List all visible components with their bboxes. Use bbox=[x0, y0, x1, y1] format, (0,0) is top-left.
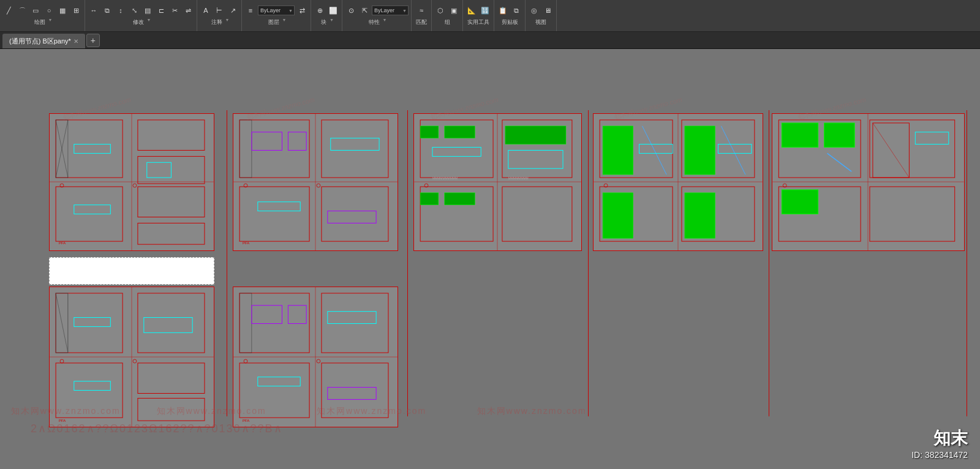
svg-rect-60 bbox=[603, 193, 633, 238]
svg-point-16 bbox=[133, 184, 137, 187]
basepoint-icon[interactable]: ◎ bbox=[528, 4, 540, 17]
view-label[interactable]: 视图 bbox=[533, 18, 548, 27]
clipboard-section: 📋 ⧉ 剪贴板 bbox=[494, 0, 526, 31]
view-icon[interactable]: 🖥 bbox=[541, 4, 554, 17]
svg-rect-9 bbox=[147, 162, 172, 178]
divider-line-1 bbox=[227, 110, 227, 416]
match-icon[interactable]: ≈ bbox=[415, 4, 428, 17]
properties-dropdown[interactable]: ByLayer bbox=[372, 6, 409, 15]
utility-label[interactable]: 实用工具 bbox=[466, 18, 491, 27]
svg-rect-26 bbox=[322, 187, 388, 241]
create-block-icon[interactable]: ⬜ bbox=[327, 4, 339, 17]
leader-icon[interactable]: ↗ bbox=[227, 4, 239, 17]
match-layer-icon[interactable]: ⇄ bbox=[296, 4, 308, 17]
dim-icon[interactable]: ⊢ bbox=[213, 4, 225, 17]
group-label[interactable]: 组 bbox=[443, 18, 452, 27]
polyline-icon[interactable]: ⌒ bbox=[16, 4, 28, 17]
layer-label[interactable]: 图层 bbox=[266, 18, 281, 27]
svg-rect-2 bbox=[56, 120, 123, 178]
modify-label[interactable]: 修改 bbox=[131, 18, 146, 27]
trim-icon[interactable]: ✂ bbox=[168, 4, 181, 17]
svg-point-105 bbox=[244, 359, 247, 363]
group-icon[interactable]: ⬡ bbox=[434, 4, 447, 17]
insert-icon[interactable]: ⊕ bbox=[314, 4, 326, 17]
cad-block-4 bbox=[593, 113, 763, 251]
svg-rect-28 bbox=[328, 211, 376, 223]
annotation-label[interactable]: 注释 bbox=[209, 18, 224, 27]
svg-rect-83 bbox=[74, 318, 110, 327]
svg-rect-84 bbox=[144, 318, 192, 333]
match-label[interactable]: 匹配 bbox=[414, 18, 429, 27]
svg-rect-100 bbox=[328, 312, 376, 324]
rect-icon[interactable]: ▭ bbox=[29, 4, 42, 17]
svg-rect-103 bbox=[258, 377, 300, 386]
cad-block-6: PFA bbox=[49, 287, 214, 427]
cad-block-3: MMMMMMMMMM MMMMMMMM bbox=[413, 113, 582, 251]
svg-rect-20 bbox=[322, 120, 388, 178]
line-icon[interactable]: ╱ bbox=[2, 4, 15, 17]
text-icon[interactable]: A bbox=[200, 4, 212, 17]
svg-text:PFA: PFA bbox=[59, 241, 66, 245]
draw-label[interactable]: 绘图 bbox=[32, 18, 47, 27]
tab-close-icon[interactable]: ✕ bbox=[74, 38, 78, 45]
copy-icon[interactable]: ⧉ bbox=[101, 4, 113, 17]
hatch-icon[interactable]: ▦ bbox=[56, 4, 69, 17]
svg-rect-12 bbox=[138, 223, 205, 244]
svg-rect-102 bbox=[322, 363, 388, 418]
svg-rect-11 bbox=[138, 187, 205, 217]
scale-icon[interactable]: ⤡ bbox=[128, 4, 140, 17]
svg-rect-46 bbox=[445, 193, 475, 205]
annotation-section: A ⊢ ↗ 注释 ▼ bbox=[197, 0, 242, 31]
svg-rect-75 bbox=[782, 190, 818, 214]
divider-line-4 bbox=[769, 110, 769, 416]
move-icon[interactable]: ↔ bbox=[88, 4, 100, 17]
svg-rect-61 bbox=[685, 193, 715, 238]
copy2-icon[interactable]: ⧉ bbox=[510, 4, 522, 17]
svg-rect-45 bbox=[420, 193, 439, 205]
tab-add-button[interactable]: + bbox=[86, 34, 100, 47]
brand-logo: 知末 ID: 382341472 bbox=[911, 427, 968, 460]
svg-rect-66 bbox=[870, 120, 955, 178]
svg-line-82 bbox=[56, 293, 68, 353]
table-icon[interactable]: ⊞ bbox=[70, 4, 82, 17]
svg-text:PFA: PFA bbox=[243, 419, 249, 422]
offset-icon[interactable]: ⊏ bbox=[155, 4, 167, 17]
array-icon[interactable]: ▤ bbox=[141, 4, 154, 17]
paste-icon[interactable]: 📋 bbox=[497, 4, 509, 17]
cad-drawing-7: PFA bbox=[233, 287, 398, 427]
svg-point-30 bbox=[317, 184, 320, 187]
svg-rect-80 bbox=[138, 293, 205, 353]
file-tab-main[interactable]: (通用节点) B区pany* ✕ bbox=[2, 34, 85, 48]
svg-rect-19 bbox=[239, 120, 309, 178]
match-section: ≈ 匹配 bbox=[412, 0, 432, 31]
cad-block-5 bbox=[772, 113, 965, 251]
svg-rect-99 bbox=[288, 306, 306, 324]
calc-icon[interactable]: 🔢 bbox=[479, 4, 491, 17]
svg-rect-13 bbox=[74, 205, 110, 214]
stretch-icon[interactable]: ↕ bbox=[115, 4, 127, 17]
mirror-icon[interactable]: ⇌ bbox=[182, 4, 194, 17]
svg-rect-38 bbox=[505, 126, 566, 144]
properties-label[interactable]: 特性 bbox=[367, 18, 382, 27]
edit-attr-icon[interactable]: ⊙ bbox=[345, 4, 357, 17]
svg-rect-74 bbox=[870, 187, 955, 241]
layer-prop-icon[interactable]: ≡ bbox=[244, 4, 257, 17]
layer-section: ≡ ByLayer ⇄ 图层 ▼ bbox=[242, 0, 311, 31]
svg-rect-71 bbox=[915, 132, 949, 144]
tab-label: (通用节点) B区pany* bbox=[9, 37, 71, 46]
group-img-icon[interactable]: ▣ bbox=[448, 4, 460, 17]
svg-rect-95 bbox=[239, 293, 309, 353]
svg-rect-24 bbox=[331, 138, 379, 151]
block-label[interactable]: 块 bbox=[319, 18, 328, 27]
svg-rect-52 bbox=[603, 126, 633, 174]
svg-rect-21 bbox=[239, 120, 252, 178]
cad-block-7: PFA bbox=[233, 287, 398, 427]
circle-icon[interactable]: ○ bbox=[43, 4, 55, 17]
svg-rect-8 bbox=[74, 144, 110, 154]
clipboard-label[interactable]: 剪贴板 bbox=[500, 18, 520, 27]
match-prop-icon[interactable]: ⇱ bbox=[358, 4, 371, 17]
measure-icon[interactable]: 📐 bbox=[466, 4, 478, 17]
layer-dropdown[interactable]: ByLayer bbox=[258, 6, 295, 15]
svg-rect-39 bbox=[432, 148, 481, 157]
canvas-area[interactable]: PFA PFA bbox=[0, 49, 980, 469]
